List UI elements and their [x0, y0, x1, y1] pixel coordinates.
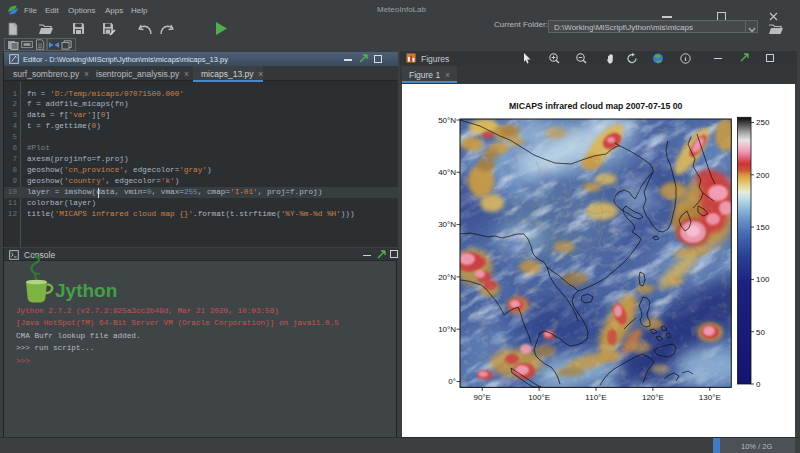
- svg-text:50: 50: [756, 328, 765, 337]
- svg-text:130°E: 130°E: [699, 393, 721, 402]
- svg-text:0°: 0°: [448, 377, 456, 386]
- svg-text:100°E: 100°E: [528, 393, 550, 402]
- svg-text:120°E: 120°E: [642, 393, 664, 402]
- svg-text:20°N: 20°N: [438, 273, 456, 282]
- svg-text:MICAPS infrared cloud map 2007: MICAPS infrared cloud map 2007-07-15 00: [509, 101, 682, 111]
- svg-text:10°N: 10°N: [438, 325, 456, 334]
- svg-text:50°N: 50°N: [438, 116, 456, 125]
- svg-text:0: 0: [756, 380, 761, 389]
- svg-text:Jython: Jython: [55, 280, 117, 301]
- svg-text:200: 200: [756, 171, 770, 180]
- svg-text:100: 100: [756, 275, 770, 284]
- svg-text:110°E: 110°E: [585, 393, 606, 402]
- svg-text:250: 250: [756, 118, 770, 127]
- svg-text:30°N: 30°N: [438, 220, 456, 229]
- svg-text:150: 150: [756, 223, 770, 232]
- svg-text:40°N: 40°N: [438, 168, 456, 177]
- svg-text:90°E: 90°E: [473, 393, 490, 402]
